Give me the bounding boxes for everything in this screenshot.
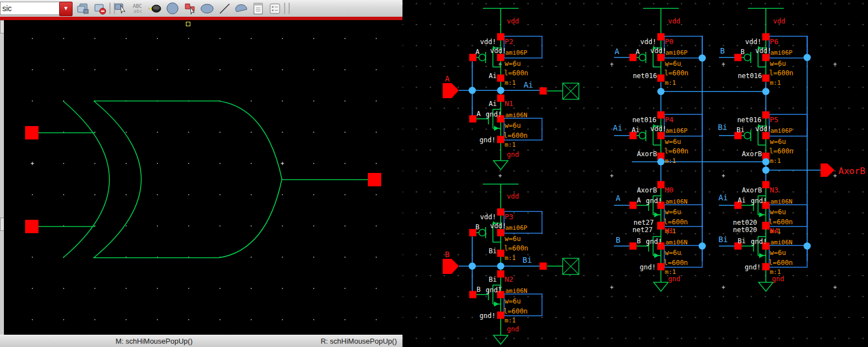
param-w: w=6u (665, 138, 681, 146)
net-label: AxorB (742, 150, 762, 158)
terminal-square[interactable] (658, 132, 665, 139)
pin-xbox[interactable] (563, 258, 579, 274)
gnd-symbol[interactable] (654, 282, 668, 291)
gnd-symbol[interactable] (493, 161, 508, 170)
origin-marker (186, 22, 190, 26)
io-pin-B[interactable] (443, 259, 459, 274)
xor-symbol-shape[interactable] (63, 101, 109, 258)
terminal-square[interactable] (497, 229, 505, 237)
model-name: ami06P (770, 49, 793, 56)
transistor-P4[interactable]: net016P4Aivdd!ami06Pw=6ul=600nAxorBm:1 (630, 112, 703, 165)
property-tool-button[interactable] (268, 2, 282, 16)
gnd-symbol[interactable] (759, 282, 773, 291)
nmos-arrow (654, 213, 659, 218)
pmos-gate-bubble (639, 54, 646, 61)
net-label: gnd! (751, 197, 767, 205)
instance-name: N4 (770, 226, 779, 235)
terminal-square[interactable] (658, 75, 665, 82)
net-label: net27 (632, 226, 653, 234)
terminal-square[interactable] (497, 209, 505, 216)
arc-tool-button[interactable] (234, 2, 249, 16)
check-save-button[interactable] (76, 2, 90, 16)
note-tool-button[interactable] (251, 2, 266, 16)
terminal-square[interactable] (469, 291, 477, 298)
param-w: w=6u (505, 297, 521, 305)
polygon-tool-button[interactable] (183, 2, 198, 16)
label-tool-button[interactable]: ABCabc (131, 2, 145, 16)
virtuoso-desktop: ▼ ABCabc (0, 0, 868, 347)
terminal-square[interactable] (540, 263, 547, 270)
net-label: vdd! (490, 222, 506, 230)
solder-dot (763, 88, 770, 95)
line-tool-button[interactable] (218, 2, 232, 16)
param-m: m:1 (665, 79, 676, 86)
pmos-gate-bubble (744, 54, 751, 61)
net-label: B (741, 48, 745, 56)
terminal-square[interactable] (658, 54, 665, 61)
combo-dropdown-button[interactable]: ▼ (59, 2, 73, 16)
select-tool-button[interactable] (114, 2, 128, 16)
terminal-square[interactable] (658, 112, 665, 119)
terminal-square[interactable] (630, 202, 637, 209)
solder-dot (804, 243, 811, 250)
net-label: AxorB (637, 186, 657, 194)
terminal-square[interactable] (763, 132, 770, 139)
pin-tool-button[interactable] (147, 2, 162, 16)
terminal-square[interactable] (658, 181, 665, 189)
terminal-square[interactable] (763, 75, 770, 82)
terminal-square[interactable] (497, 95, 505, 102)
layer-combo-input[interactable] (0, 2, 61, 15)
io-pin-AxorB[interactable] (821, 163, 835, 177)
schematic-canvas[interactable]: vdd!P2Avdd!ami06Pw=6ul=600nAim:1AiN1Agnd… (402, 0, 868, 347)
transistor-P2[interactable]: vdd!P2Avdd!ami06Pw=6ul=600nAim:1 (469, 33, 543, 87)
symbol-pin[interactable] (25, 220, 39, 233)
transistor-N1[interactable]: AiN1Agnd!ami06Nw=6ul=600ngnd!m:1 (469, 95, 543, 149)
io-pin-A[interactable] (443, 83, 459, 98)
symbol-pin[interactable] (25, 126, 39, 139)
transistor-P3[interactable]: vdd!P3Bvdd!ami06Pw=6ul=600nBim:1 (469, 209, 543, 262)
transistor-N2[interactable]: BiN2Bgnd!ami06Nw=6ul=600ngnd!m:1 (469, 271, 543, 325)
wire-name-label: A (616, 194, 621, 203)
symbol-canvas[interactable] (4, 20, 402, 335)
terminal-square[interactable] (497, 33, 505, 41)
net-label: B (637, 237, 641, 245)
terminal-square[interactable] (497, 271, 505, 278)
terminal-square[interactable] (630, 243, 637, 250)
delete-mode-button[interactable] (93, 2, 107, 16)
model-name: ami06P (665, 127, 688, 134)
terminal-square[interactable] (497, 250, 505, 257)
terminal-square[interactable] (763, 112, 770, 119)
terminal-square[interactable] (658, 33, 665, 41)
terminal-square[interactable] (658, 222, 665, 229)
circle-tool-button[interactable] (165, 2, 180, 16)
model-name: ami06N (665, 239, 688, 246)
xor-symbol-shape[interactable] (94, 101, 282, 258)
transistor-P6[interactable]: vdd!P6Bvdd!ami06Pw=6ul=600nnet016m:1 (735, 33, 808, 87)
model-name: ami06P (505, 224, 527, 232)
terminal-square[interactable] (540, 88, 547, 95)
pin-xbox[interactable] (563, 83, 579, 99)
terminal-square[interactable] (497, 54, 505, 61)
net-label: gnd! (646, 238, 662, 245)
terminal-square[interactable] (763, 54, 770, 61)
transistor-P5[interactable]: net016P5Bivdd!ami06Pw=6ul=600nAxorBm:1 (735, 112, 808, 165)
net-label: gnd! (646, 197, 662, 205)
status-middle-click-hint: M: schHiMousePopUp() (116, 337, 193, 345)
net-label: vdd (507, 17, 519, 25)
net-label: Bi (737, 126, 745, 134)
symbol-pin[interactable] (368, 173, 381, 186)
transistor-P0[interactable]: vdd!P0Avdd!ami06Pw=6ul=600nnet016m:1 (630, 33, 703, 87)
terminal-square[interactable] (763, 33, 770, 41)
terminal-square[interactable] (763, 181, 770, 189)
terminal-square[interactable] (763, 222, 770, 229)
param-w: w=6u (770, 138, 786, 146)
gnd-symbol[interactable] (493, 335, 508, 344)
param-l: l=600n (503, 132, 527, 139)
layer-combo[interactable]: ▼ (0, 2, 73, 15)
net-label: Ai (489, 100, 497, 108)
model-name: ami06N (665, 198, 688, 205)
terminal-square[interactable] (497, 75, 505, 82)
ellipse-tool-button[interactable] (200, 2, 214, 16)
instance-name: P3 (505, 213, 514, 221)
terminal-square[interactable] (469, 115, 477, 123)
